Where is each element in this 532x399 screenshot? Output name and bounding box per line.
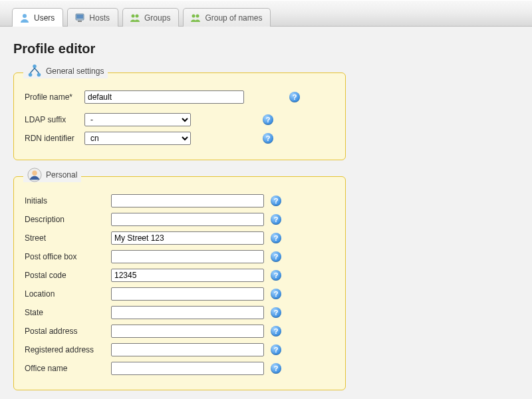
rdn-identifier-select[interactable]: cn (84, 132, 191, 145)
label-rdn-identifier: RDN identifier (25, 134, 84, 143)
label-ldap-suffix: LDAP suffix (25, 115, 84, 124)
legend-general: General settings (23, 64, 108, 78)
field-label: Postal address (25, 327, 111, 336)
group-icon (190, 13, 201, 23)
row-rdn-identifier: RDN identifier cn ? (25, 132, 334, 145)
field-input[interactable] (111, 325, 264, 338)
fieldset-general-settings: General settings Profile name* ? LDAP su… (13, 72, 346, 160)
svg-rect-3 (78, 21, 82, 22)
row-personal-field: Postal code? (25, 269, 334, 282)
help-icon[interactable]: ? (263, 114, 273, 125)
tab-bar: Users Hosts Groups Group of names (0, 0, 532, 27)
fieldset-personal: Personal Initials?Description?Street?Pos… (13, 176, 346, 390)
legend-label: General settings (46, 66, 104, 76)
tab-label: Group of names (205, 13, 262, 23)
label-profile-name: Profile name* (25, 92, 84, 102)
svg-point-9 (29, 73, 33, 77)
help-icon[interactable]: ? (271, 344, 281, 355)
svg-point-6 (192, 14, 196, 17)
help-icon[interactable]: ? (271, 251, 281, 262)
help-icon[interactable]: ? (289, 92, 300, 102)
host-icon (74, 13, 85, 23)
field-input[interactable] (111, 269, 264, 282)
svg-point-4 (132, 14, 135, 17)
field-input[interactable] (111, 362, 264, 375)
field-label: Postal code (25, 271, 111, 280)
svg-rect-2 (76, 15, 83, 19)
field-input[interactable] (111, 306, 264, 319)
tab-hosts[interactable]: Hosts (67, 8, 118, 27)
tab-groups[interactable]: Groups (122, 8, 179, 27)
help-icon[interactable]: ? (271, 326, 281, 336)
help-icon[interactable]: ? (271, 233, 281, 243)
page-body: Profile editor General settings Profile … (0, 27, 532, 399)
tab-label: Groups (144, 13, 170, 23)
help-icon[interactable]: ? (271, 363, 281, 374)
row-personal-field: State? (25, 306, 334, 319)
person-icon (27, 168, 42, 182)
svg-point-10 (37, 73, 41, 77)
legend-label: Personal (46, 170, 77, 180)
help-icon[interactable]: ? (271, 196, 281, 206)
field-label: Description (25, 215, 111, 224)
row-personal-field: Initials? (25, 194, 334, 207)
row-personal-field: Street? (25, 231, 334, 245)
help-icon[interactable]: ? (271, 214, 281, 225)
field-input[interactable] (111, 231, 264, 245)
tab-label: Users (34, 13, 55, 23)
help-icon[interactable]: ? (271, 289, 281, 299)
help-icon[interactable]: ? (263, 133, 273, 144)
user-icon (19, 13, 30, 23)
help-icon[interactable]: ? (271, 270, 281, 281)
field-input[interactable] (111, 343, 264, 356)
row-profile-name: Profile name* ? (25, 90, 334, 104)
row-personal-field: Office name? (25, 362, 334, 375)
row-ldap-suffix: LDAP suffix - ? (25, 113, 334, 126)
legend-personal: Personal (23, 168, 81, 182)
svg-point-8 (33, 65, 37, 68)
page-title: Profile editor (13, 41, 519, 57)
row-personal-field: Description? (25, 213, 334, 226)
field-input[interactable] (111, 287, 264, 301)
field-label: State (25, 308, 111, 317)
field-label: Street (25, 233, 111, 243)
profile-name-input[interactable] (84, 90, 244, 104)
row-personal-field: Post office box? (25, 250, 334, 263)
help-icon[interactable]: ? (271, 307, 281, 318)
svg-point-0 (23, 14, 27, 18)
field-label: Initials (25, 196, 111, 205)
field-input[interactable] (111, 213, 264, 226)
field-label: Office name (25, 364, 111, 373)
field-input[interactable] (111, 194, 264, 207)
svg-point-12 (32, 171, 37, 176)
tab-users[interactable]: Users (12, 8, 63, 27)
field-label: Post office box (25, 252, 111, 261)
field-label: Registered address (25, 345, 111, 354)
svg-point-5 (136, 14, 139, 17)
group-icon (130, 13, 140, 23)
row-personal-field: Location? (25, 287, 334, 301)
svg-point-7 (196, 14, 200, 17)
tab-group-of-names[interactable]: Group of names (183, 8, 271, 27)
field-label: Location (25, 289, 111, 299)
field-input[interactable] (111, 250, 264, 263)
row-personal-field: Registered address? (25, 343, 334, 356)
tab-label: Hosts (89, 13, 110, 23)
row-personal-field: Postal address? (25, 325, 334, 338)
ldap-suffix-select[interactable]: - (84, 113, 191, 126)
tree-icon (27, 64, 42, 78)
